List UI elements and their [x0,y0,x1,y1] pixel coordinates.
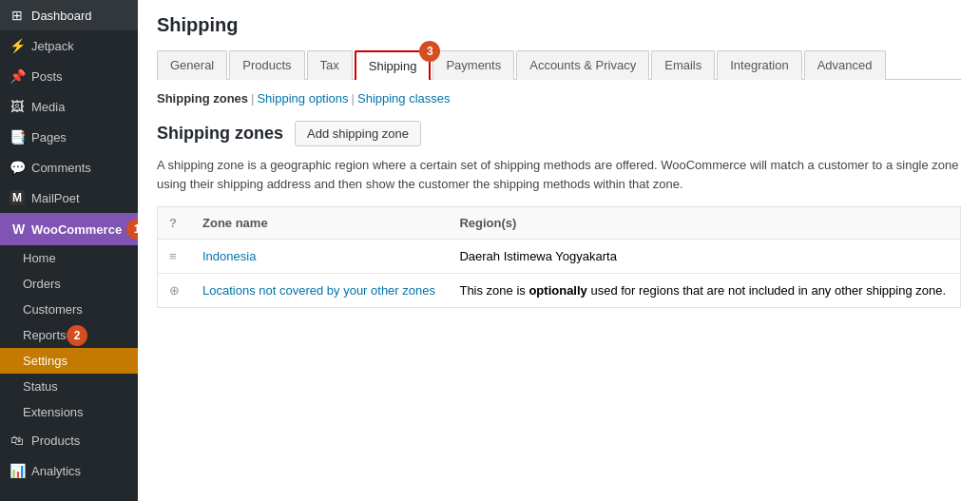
sidebar-item-products[interactable]: 🛍 Products [0,425,138,455]
desc-bold: optionally [528,283,586,298]
page-title: Shipping [157,14,961,36]
section-title: Shipping zones [157,124,283,144]
sidebar-sub-label-extensions: Extensions [23,405,84,419]
sidebar-sub-reports[interactable]: Reports 2 [0,322,138,348]
subnav-shipping-options[interactable]: Shipping options [257,91,348,106]
pages-icon: 📑 [10,129,25,145]
tab-payments[interactable]: Payments [432,50,514,80]
media-icon: 🖼 [10,99,25,114]
sidebar-item-analytics[interactable]: 📊 Analytics [0,455,138,486]
sidebar-item-media[interactable]: 🖼 Media [0,91,138,122]
sidebar-sub-label-reports: Reports [23,328,67,342]
callout-2: 2 [67,325,87,346]
shipping-zones-description: A shipping zone is a geographic region w… [157,156,961,193]
zone-table: ? Zone name Region(s) ≡ Indonesia Daerah… [157,206,961,308]
sidebar-sub-label-home: Home [23,251,56,265]
subnav-shipping-classes[interactable]: Shipping classes [357,91,451,106]
th-zone-name: Zone name [191,207,448,240]
zone-region-cell: Daerah Istimewa Yogyakarta [448,240,960,274]
tab-general[interactable]: General [157,50,227,80]
mailpoet-icon: M [10,190,25,205]
sidebar-item-dashboard[interactable]: ⊞ Dashboard [0,0,138,30]
desc-prefix: This zone is [459,283,528,298]
sidebar-label-jetpack: Jetpack [31,39,74,53]
tab-advanced[interactable]: Advanced [804,50,886,80]
tab-accounts-privacy[interactable]: Accounts & Privacy [516,50,649,80]
sidebar-label-mailpoet: MailPoet [31,191,80,205]
sidebar-label-products: Products [31,434,80,448]
sidebar-item-pages[interactable]: 📑 Pages [0,122,138,152]
main-content: Shipping General Products Tax Shipping 3… [138,0,980,501]
tab-products[interactable]: Products [229,50,304,80]
sep-1: | [251,91,254,106]
tab-emails[interactable]: Emails [651,50,715,80]
globe-icon: ⊕ [169,283,180,298]
sidebar-sub-extensions[interactable]: Extensions [0,399,138,425]
th-icon: ? [158,207,192,240]
th-regions: Region(s) [448,207,960,240]
tabs-bar: General Products Tax Shipping 3 Payments… [157,50,961,80]
table-row: ≡ Indonesia Daerah Istimewa Yogyakarta [158,240,961,274]
uncovered-zone-desc: This zone is optionally used for regions… [448,274,960,308]
tab-integration[interactable]: Integration [717,50,801,80]
sep-2: | [352,91,355,106]
posts-icon: 📌 [10,68,25,84]
add-shipping-zone-button[interactable]: Add shipping zone [295,121,421,146]
sidebar-sub-label-customers: Customers [23,302,83,317]
sidebar-label-pages: Pages [31,130,67,145]
tab-tax[interactable]: Tax [307,50,353,80]
sidebar-label-analytics: Analytics [31,464,81,478]
sidebar-sub-orders[interactable]: Orders [0,271,138,297]
help-icon: ? [169,216,177,230]
sidebar-item-comments[interactable]: 💬 Comments [0,152,138,183]
sidebar-item-jetpack[interactable]: ⚡ Jetpack [0,30,138,61]
sidebar-sub-settings[interactable]: Settings [0,348,138,374]
section-title-row: Shipping zones Add shipping zone [157,121,961,146]
sidebar-label-posts: Posts [31,69,63,84]
sidebar-item-mailpoet[interactable]: M MailPoet [0,183,138,213]
sidebar-sub-home[interactable]: Home [0,245,138,271]
sidebar-label-dashboard: Dashboard [31,9,92,23]
uncovered-zone-link[interactable]: Locations not covered by your other zone… [202,283,435,298]
comments-icon: 💬 [10,160,25,175]
woocommerce-icon: W [10,221,25,238]
dashboard-icon: ⊞ [10,8,25,23]
sub-nav: Shipping zones | Shipping options | Ship… [157,91,961,106]
sidebar-label-woocommerce: WooCommerce [31,222,122,237]
sidebar-label-comments: Comments [31,161,91,175]
tab-shipping[interactable]: Shipping 3 [355,50,432,80]
uncovered-zone-cell: Locations not covered by your other zone… [191,274,448,308]
drag-icon: ≡ [169,249,177,263]
subnav-shipping-zones[interactable]: Shipping zones [157,91,248,106]
sidebar-item-woocommerce[interactable]: W WooCommerce 1 [0,213,138,245]
sidebar-label-media: Media [31,100,65,114]
sidebar-sub-label-status: Status [23,379,58,394]
zone-name-link[interactable]: Indonesia [202,249,256,263]
sidebar-sub-status[interactable]: Status [0,374,138,399]
sidebar-sub-label-settings: Settings [23,354,67,368]
jetpack-icon: ⚡ [10,38,25,53]
products-icon: 🛍 [10,433,25,448]
sidebar: ⊞ Dashboard ⚡ Jetpack 📌 Posts 🖼 Media 📑 … [0,0,138,501]
sidebar-sub-customers[interactable]: Customers [0,297,138,322]
desc-suffix: used for regions that are not included i… [587,283,946,298]
table-row-footer: ⊕ Locations not covered by your other zo… [158,274,961,308]
analytics-icon: 📊 [10,463,25,478]
drag-icon-cell: ≡ [158,240,192,274]
tab-shipping-label: Shipping [369,59,417,73]
sidebar-sub-label-orders: Orders [23,277,61,291]
zone-name-cell: Indonesia [191,240,448,274]
globe-icon-cell: ⊕ [158,274,192,308]
callout-1: 1 [126,219,138,240]
sidebar-item-posts[interactable]: 📌 Posts [0,61,138,91]
